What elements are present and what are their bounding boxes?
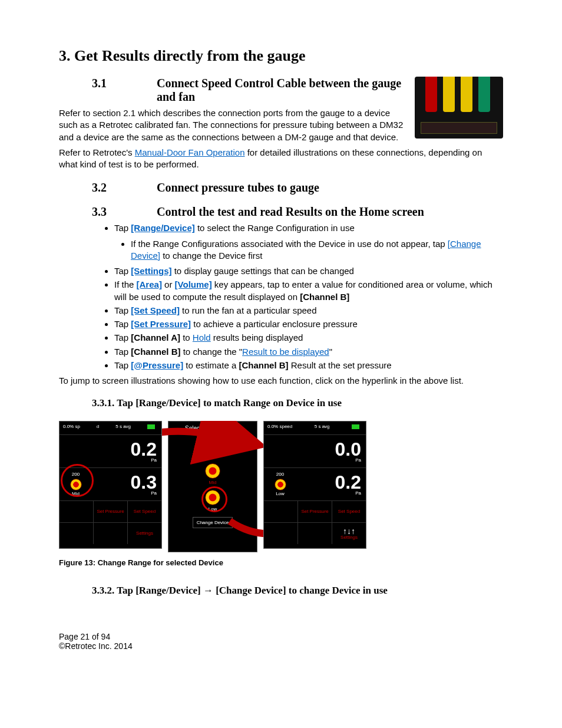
area-link[interactable]: [Area] — [137, 279, 162, 289]
page-footer: Page 21 of 94 ©Retrotec Inc. 2014 — [59, 632, 503, 651]
range-option-low[interactable]: Low — [205, 489, 220, 512]
list-item: If the Range Configurations associated w… — [131, 238, 503, 262]
sliders-icon: ↑↓↑ — [343, 527, 355, 535]
list-item: Tap [Settings] to display gauge settings… — [114, 265, 503, 277]
list-item: Tap [@Pressure] to estimate a [Channel B… — [114, 360, 503, 371]
heading-3-3: 3.3 Control the test and read Results on… — [92, 205, 503, 219]
range-option-open[interactable]: Open — [205, 436, 220, 459]
gauge-panel-left: 0.0% sp d 5 s avg 0.2 Pa 200 Mid — [59, 421, 162, 549]
heading-1: 3. Get Results directly from the gauge — [59, 47, 503, 65]
range-option-mid[interactable]: Mid — [205, 462, 220, 485]
settings-button[interactable]: Settings — [128, 523, 161, 544]
set-speed-button[interactable]: Set Speed — [332, 501, 366, 522]
fan-icon — [205, 463, 220, 479]
result-display-link[interactable]: Result to be displayed — [242, 347, 329, 357]
gauge-panel-right: 0.0% speed 5 s avg 0.0 Pa 200 Low 0.2 — [263, 421, 366, 549]
fan-icon — [205, 490, 220, 505]
list-item: Tap [Range/Device] to select the Range C… — [114, 222, 503, 262]
set-pressure-button[interactable]: Set Pressure — [298, 501, 332, 522]
heading-3-1: 3.1 Connect Speed Control Cable between … — [92, 77, 406, 104]
settings-link[interactable]: [Settings] — [131, 266, 171, 276]
manual-door-fan-link[interactable]: Manual-Door Fan Operation — [135, 147, 245, 157]
fan-icon — [205, 437, 220, 452]
list-item: If the [Area] or [Volume] key appears, t… — [114, 279, 503, 303]
at-pressure-link[interactable]: [@Pressure] — [131, 360, 183, 370]
set-speed-button[interactable]: Set Speed — [128, 501, 161, 522]
fan-icon — [275, 479, 286, 490]
figure-gauge-screens: 0.0% sp d 5 s avg 0.2 Pa 200 Mid — [59, 421, 503, 552]
battery-icon — [147, 424, 158, 429]
set-pressure-button[interactable]: Set Pressure — [94, 501, 128, 522]
range-device-link[interactable]: [Range/Device] — [131, 223, 194, 233]
list-item: Tap [Channel A] to Hold results being di… — [114, 332, 503, 344]
heading-3-3-2: 3.3.2. Tap [Range/Device] → [Change Devi… — [92, 585, 503, 597]
volume-link[interactable]: [Volume] — [175, 279, 212, 289]
fan-icon — [70, 479, 82, 490]
change-device-button[interactable]: Change Device — [193, 517, 233, 528]
set-speed-link[interactable]: [Set Speed] — [131, 305, 180, 315]
figure-caption: Figure 13: Change Range for selected Dev… — [59, 558, 503, 567]
heading-3-2: 3.2 Connect pressure tubes to gauge — [92, 181, 503, 195]
battery-icon — [352, 424, 362, 429]
list-item: Tap [Set Speed] to run the fan at a part… — [114, 305, 503, 317]
list-item: Tap [Channel B] to change the "Result to… — [114, 346, 503, 358]
settings-button[interactable]: ↑↓↑ Settings — [332, 523, 366, 544]
heading-3-3-1: 3.3.1. Tap [Range/Device] to match Range… — [92, 397, 503, 409]
cable-photo — [415, 77, 503, 139]
paragraph: To jump to screen illustrations showing … — [59, 375, 503, 387]
paragraph: Refer to Retrotec's Manual-Door Fan Oper… — [59, 147, 503, 171]
hold-link[interactable]: Hold — [193, 332, 211, 342]
set-pressure-link[interactable]: [Set Pressure] — [131, 319, 191, 329]
range-select-panel: Select Range for 200 Open Mid Low Change… — [168, 421, 257, 552]
list-item: Tap [Set Pressure] to achieve a particul… — [114, 318, 503, 330]
